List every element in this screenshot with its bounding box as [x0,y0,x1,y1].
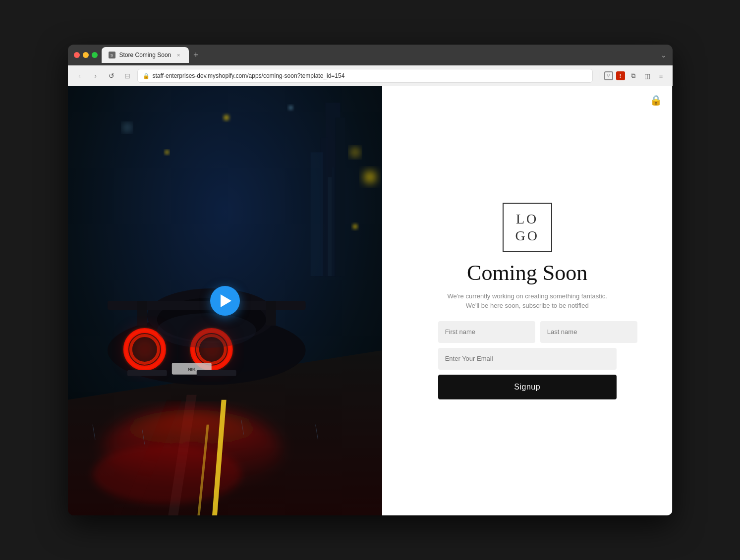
play-icon [221,294,231,307]
logo-text: LOGO [515,211,539,244]
address-bar[interactable]: 🔒 staff-enterprises-dev.myshopify.com/ap… [137,69,593,83]
chevron-down-icon: ⌄ [661,51,667,59]
traffic-lights [74,52,98,58]
toolbar-icons: V ! ⧉ ◫ ≡ [599,70,667,81]
alert-shield-icon[interactable]: ! [616,71,625,80]
tab-favicon: S [109,52,115,58]
svg-rect-12 [328,177,332,276]
tab-title: Store Coming Soon [119,52,171,58]
toolbar-separator [600,71,600,80]
new-tab-button[interactable]: + [189,48,203,62]
url-text: staff-enterprises-dev.myshopify.com/apps… [153,72,587,79]
coming-soon-heading: Coming Soon [467,260,587,285]
svg-rect-38 [196,370,236,376]
svg-point-3 [122,122,132,132]
forward-button[interactable]: › [90,70,102,82]
svg-rect-37 [127,370,167,376]
minimize-traffic-light[interactable] [83,52,89,58]
toolbar: ‹ › ↺ ⊟ 🔒 staff-enterprises-dev.myshopif… [68,65,673,86]
profiles-button[interactable]: ◫ [642,70,653,81]
menu-button[interactable]: ≡ [656,70,667,81]
browser-window: S Store Coming Soon × + ⌄ ‹ › ↺ ⊟ 🔒 staf… [68,45,673,515]
extensions-button[interactable]: ⧉ [628,70,639,81]
signup-button[interactable]: Signup [438,375,617,399]
name-fields-row [438,321,617,343]
svg-rect-11 [310,152,323,276]
left-panel-video: NIK [68,86,382,515]
svg-text:NIK: NIK [188,367,196,372]
close-traffic-light[interactable] [74,52,80,58]
svg-rect-13 [332,167,334,276]
logo-box: LOGO [503,203,552,252]
last-name-input[interactable] [540,321,637,343]
svg-point-1 [361,168,379,186]
svg-rect-10 [335,117,345,276]
maximize-traffic-light[interactable] [92,52,98,58]
refresh-button[interactable]: ↺ [106,70,117,82]
svg-point-4 [222,113,230,121]
lock-icon: 🔒 [650,94,662,106]
svg-point-6 [164,150,169,155]
subtitle-line1: We're currently working on creating some… [448,292,607,300]
tab-bar: S Store Coming Soon × + [102,47,661,63]
svg-point-39 [157,313,256,348]
svg-point-7 [351,223,358,230]
bookmark-button[interactable]: ⊟ [121,70,133,82]
svg-rect-26 [266,301,276,326]
subtitle-line2: We'll be here soon, subscribe to be noti… [466,302,589,309]
back-button[interactable]: ‹ [74,70,86,82]
page-content: NIK 🔒 [68,86,673,515]
right-panel-form: 🔒 LOGO Coming Soon We're currently worki… [382,86,673,515]
svg-point-5 [287,105,293,111]
play-button[interactable] [210,286,240,316]
vpn-shield-icon[interactable]: V [604,71,613,80]
svg-point-2 [349,146,361,158]
window-controls: ⌄ [661,51,667,59]
email-input[interactable] [438,348,617,370]
address-lock-icon: 🔒 [143,73,150,79]
tab-close-button[interactable]: × [175,52,182,58]
active-tab[interactable]: S Store Coming Soon × [102,47,189,63]
svg-rect-25 [137,301,147,326]
first-name-input[interactable] [438,321,535,343]
title-bar: S Store Coming Soon × + ⌄ [68,45,673,65]
